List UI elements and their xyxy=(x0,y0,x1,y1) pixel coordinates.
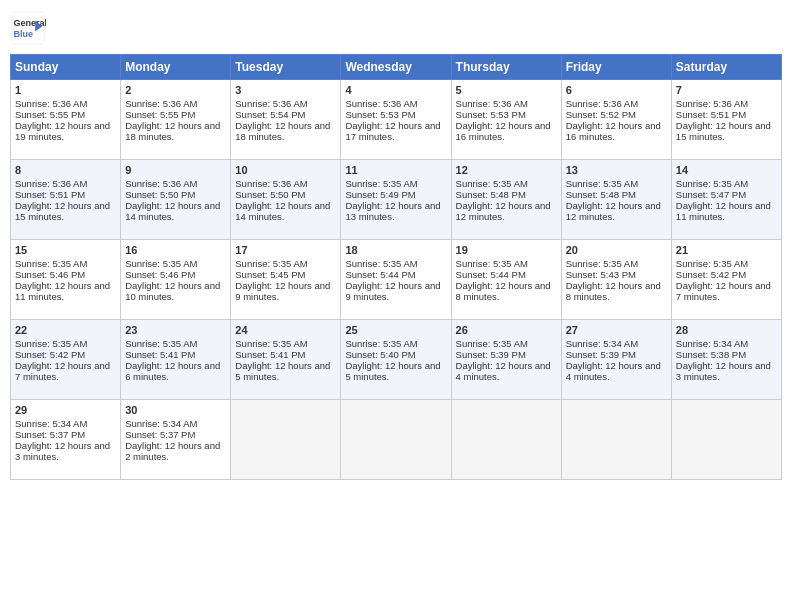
day-number: 17 xyxy=(235,244,336,256)
sunrise-text: Sunrise: 5:36 AM xyxy=(15,178,87,189)
sunrise-text: Sunrise: 5:35 AM xyxy=(345,258,417,269)
daylight-text: Daylight: 12 hours and 7 minutes. xyxy=(676,280,771,302)
calendar-row-2: 8Sunrise: 5:36 AMSunset: 5:51 PMDaylight… xyxy=(11,160,782,240)
calendar-cell: 21Sunrise: 5:35 AMSunset: 5:42 PMDayligh… xyxy=(671,240,781,320)
sunset-text: Sunset: 5:55 PM xyxy=(125,109,195,120)
sunset-text: Sunset: 5:51 PM xyxy=(15,189,85,200)
daylight-text: Daylight: 12 hours and 2 minutes. xyxy=(125,440,220,462)
daylight-text: Daylight: 12 hours and 18 minutes. xyxy=(235,120,330,142)
sunrise-text: Sunrise: 5:35 AM xyxy=(345,338,417,349)
day-number: 13 xyxy=(566,164,667,176)
day-number: 7 xyxy=(676,84,777,96)
sunrise-text: Sunrise: 5:36 AM xyxy=(235,178,307,189)
calendar-table: SundayMondayTuesdayWednesdayThursdayFrid… xyxy=(10,54,782,480)
column-header-tuesday: Tuesday xyxy=(231,55,341,80)
calendar-cell: 25Sunrise: 5:35 AMSunset: 5:40 PMDayligh… xyxy=(341,320,451,400)
day-number: 3 xyxy=(235,84,336,96)
calendar-cell: 10Sunrise: 5:36 AMSunset: 5:50 PMDayligh… xyxy=(231,160,341,240)
daylight-text: Daylight: 12 hours and 10 minutes. xyxy=(125,280,220,302)
calendar-cell xyxy=(561,400,671,480)
sunrise-text: Sunrise: 5:35 AM xyxy=(15,338,87,349)
sunset-text: Sunset: 5:37 PM xyxy=(125,429,195,440)
calendar-cell: 2Sunrise: 5:36 AMSunset: 5:55 PMDaylight… xyxy=(121,80,231,160)
calendar-cell: 29Sunrise: 5:34 AMSunset: 5:37 PMDayligh… xyxy=(11,400,121,480)
sunset-text: Sunset: 5:41 PM xyxy=(235,349,305,360)
day-number: 26 xyxy=(456,324,557,336)
column-header-monday: Monday xyxy=(121,55,231,80)
daylight-text: Daylight: 12 hours and 9 minutes. xyxy=(345,280,440,302)
calendar-row-3: 15Sunrise: 5:35 AMSunset: 5:46 PMDayligh… xyxy=(11,240,782,320)
calendar-cell: 18Sunrise: 5:35 AMSunset: 5:44 PMDayligh… xyxy=(341,240,451,320)
calendar-cell xyxy=(451,400,561,480)
calendar-cell xyxy=(341,400,451,480)
sunset-text: Sunset: 5:46 PM xyxy=(125,269,195,280)
sunrise-text: Sunrise: 5:36 AM xyxy=(125,178,197,189)
day-number: 1 xyxy=(15,84,116,96)
daylight-text: Daylight: 12 hours and 4 minutes. xyxy=(456,360,551,382)
sunrise-text: Sunrise: 5:34 AM xyxy=(676,338,748,349)
day-number: 11 xyxy=(345,164,446,176)
sunset-text: Sunset: 5:38 PM xyxy=(676,349,746,360)
sunset-text: Sunset: 5:55 PM xyxy=(15,109,85,120)
calendar-cell: 22Sunrise: 5:35 AMSunset: 5:42 PMDayligh… xyxy=(11,320,121,400)
daylight-text: Daylight: 12 hours and 7 minutes. xyxy=(15,360,110,382)
logo-icon: General Blue xyxy=(10,10,46,46)
day-number: 2 xyxy=(125,84,226,96)
daylight-text: Daylight: 12 hours and 18 minutes. xyxy=(125,120,220,142)
daylight-text: Daylight: 12 hours and 14 minutes. xyxy=(235,200,330,222)
calendar-cell: 15Sunrise: 5:35 AMSunset: 5:46 PMDayligh… xyxy=(11,240,121,320)
day-number: 5 xyxy=(456,84,557,96)
sunrise-text: Sunrise: 5:35 AM xyxy=(456,258,528,269)
sunrise-text: Sunrise: 5:35 AM xyxy=(566,258,638,269)
sunrise-text: Sunrise: 5:36 AM xyxy=(125,98,197,109)
day-number: 23 xyxy=(125,324,226,336)
sunset-text: Sunset: 5:40 PM xyxy=(345,349,415,360)
day-number: 14 xyxy=(676,164,777,176)
daylight-text: Daylight: 12 hours and 8 minutes. xyxy=(456,280,551,302)
calendar-cell: 30Sunrise: 5:34 AMSunset: 5:37 PMDayligh… xyxy=(121,400,231,480)
calendar-cell: 26Sunrise: 5:35 AMSunset: 5:39 PMDayligh… xyxy=(451,320,561,400)
daylight-text: Daylight: 12 hours and 5 minutes. xyxy=(345,360,440,382)
page-header: General Blue xyxy=(10,10,782,46)
sunrise-text: Sunrise: 5:35 AM xyxy=(676,258,748,269)
sunrise-text: Sunrise: 5:35 AM xyxy=(235,258,307,269)
sunrise-text: Sunrise: 5:35 AM xyxy=(235,338,307,349)
sunrise-text: Sunrise: 5:35 AM xyxy=(566,178,638,189)
sunrise-text: Sunrise: 5:34 AM xyxy=(125,418,197,429)
column-header-thursday: Thursday xyxy=(451,55,561,80)
calendar-cell: 12Sunrise: 5:35 AMSunset: 5:48 PMDayligh… xyxy=(451,160,561,240)
calendar-cell: 7Sunrise: 5:36 AMSunset: 5:51 PMDaylight… xyxy=(671,80,781,160)
daylight-text: Daylight: 12 hours and 19 minutes. xyxy=(15,120,110,142)
calendar-cell: 5Sunrise: 5:36 AMSunset: 5:53 PMDaylight… xyxy=(451,80,561,160)
sunrise-text: Sunrise: 5:35 AM xyxy=(125,338,197,349)
day-number: 16 xyxy=(125,244,226,256)
column-header-wednesday: Wednesday xyxy=(341,55,451,80)
sunrise-text: Sunrise: 5:35 AM xyxy=(125,258,197,269)
calendar-row-5: 29Sunrise: 5:34 AMSunset: 5:37 PMDayligh… xyxy=(11,400,782,480)
daylight-text: Daylight: 12 hours and 16 minutes. xyxy=(566,120,661,142)
calendar-cell xyxy=(671,400,781,480)
sunset-text: Sunset: 5:46 PM xyxy=(15,269,85,280)
sunset-text: Sunset: 5:53 PM xyxy=(456,109,526,120)
day-number: 29 xyxy=(15,404,116,416)
sunrise-text: Sunrise: 5:34 AM xyxy=(566,338,638,349)
sunset-text: Sunset: 5:39 PM xyxy=(566,349,636,360)
sunset-text: Sunset: 5:52 PM xyxy=(566,109,636,120)
day-number: 28 xyxy=(676,324,777,336)
calendar-cell: 13Sunrise: 5:35 AMSunset: 5:48 PMDayligh… xyxy=(561,160,671,240)
sunrise-text: Sunrise: 5:36 AM xyxy=(235,98,307,109)
daylight-text: Daylight: 12 hours and 8 minutes. xyxy=(566,280,661,302)
calendar-cell: 8Sunrise: 5:36 AMSunset: 5:51 PMDaylight… xyxy=(11,160,121,240)
calendar-cell: 9Sunrise: 5:36 AMSunset: 5:50 PMDaylight… xyxy=(121,160,231,240)
sunrise-text: Sunrise: 5:35 AM xyxy=(676,178,748,189)
calendar-cell xyxy=(231,400,341,480)
day-number: 21 xyxy=(676,244,777,256)
day-number: 8 xyxy=(15,164,116,176)
sunset-text: Sunset: 5:44 PM xyxy=(345,269,415,280)
column-header-sunday: Sunday xyxy=(11,55,121,80)
calendar-cell: 27Sunrise: 5:34 AMSunset: 5:39 PMDayligh… xyxy=(561,320,671,400)
day-number: 10 xyxy=(235,164,336,176)
daylight-text: Daylight: 12 hours and 16 minutes. xyxy=(456,120,551,142)
daylight-text: Daylight: 12 hours and 12 minutes. xyxy=(566,200,661,222)
daylight-text: Daylight: 12 hours and 3 minutes. xyxy=(676,360,771,382)
